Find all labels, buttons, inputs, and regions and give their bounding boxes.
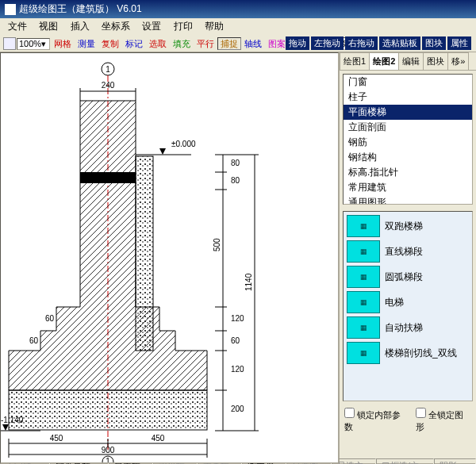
thumb-icon: ▦	[347, 316, 380, 339]
thumb-icon: ▦	[347, 291, 380, 313]
toolbar-填充[interactable]: 填充	[170, 37, 194, 50]
thumb-item[interactable]: ▦楼梯剖切线_双线	[347, 342, 469, 364]
svg-text:120: 120	[231, 314, 244, 323]
toolbar-测量[interactable]: 测量	[75, 37, 98, 50]
rbtn-block[interactable]: 图块	[422, 36, 446, 50]
svg-rect-10	[136, 156, 153, 351]
thumb-label: 楼梯剖切线_双线	[385, 347, 457, 360]
side-panel: 绘图1 绘图2 编辑 图块 移» 门窗柱子平面楼梯立面剖面钢筋钢结构标高.指北针…	[339, 52, 476, 463]
category-item[interactable]: 门窗	[344, 75, 472, 90]
category-item[interactable]: 标高.指北针	[344, 165, 472, 180]
toolbar-网格[interactable]: 网格	[51, 37, 75, 50]
toolbar-选取[interactable]: 选取	[146, 37, 170, 50]
thumb-item[interactable]: ▦双跑楼梯	[347, 215, 469, 237]
svg-text:60: 60	[45, 314, 55, 323]
thumbnail-list[interactable]: ▦双跑楼梯▦直线梯段▦圆弧梯段▦电梯▦自动扶梯▦楼梯剖切线_双线	[343, 211, 473, 401]
thumb-label: 电梯	[385, 296, 404, 309]
status-cell[interactable]: 口框选(交叉)	[376, 458, 435, 465]
toolbar-轴线[interactable]: 轴线	[241, 37, 265, 50]
toolbar-复制[interactable]: 复制	[98, 37, 122, 50]
svg-text:1: 1	[106, 457, 110, 463]
category-item[interactable]: 钢结构	[344, 150, 472, 165]
check-lock-params[interactable]: 锁定内部参数	[344, 408, 408, 433]
rbtn-drag[interactable]: 拖动	[286, 36, 309, 50]
category-item[interactable]: 立面剖面	[344, 120, 472, 135]
thumb-icon: ▦	[347, 215, 380, 237]
category-item[interactable]: 平面楼梯	[344, 105, 472, 120]
cad-drawing: 1 240 ±0.000 -1.1	[1, 53, 338, 463]
toolbar-捕捉[interactable]: 捕捉	[217, 37, 241, 50]
menu-print[interactable]: 打印	[169, 19, 198, 33]
menu-insert[interactable]: 插入	[66, 19, 94, 33]
svg-text:-1.140: -1.140	[1, 416, 24, 424]
category-item[interactable]: 柱子	[344, 90, 472, 105]
category-item[interactable]: 钢筋	[344, 135, 472, 150]
svg-text:200: 200	[231, 405, 244, 413]
category-item[interactable]: 常用建筑	[344, 180, 472, 195]
toolbar-标记[interactable]: 标记	[122, 37, 146, 50]
thumb-label: 直线梯段	[385, 245, 423, 259]
svg-text:500: 500	[213, 238, 221, 251]
menu-coord[interactable]: 坐标系	[97, 19, 135, 33]
tab-edit[interactable]: 编辑	[398, 52, 424, 70]
rbtn-ldrag[interactable]: 左拖动	[311, 36, 344, 50]
tab-draw1[interactable]: 绘图1	[340, 52, 370, 70]
svg-rect-11	[9, 390, 207, 430]
menu-settings[interactable]: 设置	[137, 19, 166, 33]
svg-text:80: 80	[231, 176, 240, 185]
drawing-canvas[interactable]: 1 240 ±0.000 -1.1	[0, 52, 339, 463]
svg-text:450: 450	[152, 434, 165, 443]
zoom-combo[interactable]: 100%▾	[17, 38, 50, 50]
rbtn-clipboard[interactable]: 选粘贴板	[379, 36, 420, 50]
svg-text:240: 240	[102, 81, 115, 90]
svg-text:80: 80	[231, 159, 240, 167]
svg-text:1140: 1140	[244, 273, 253, 291]
category-list[interactable]: 门窗柱子平面楼梯立面剖面钢筋钢结构标高.指北针常用建筑通用图形材料图案厨卫设施施…	[343, 74, 473, 205]
thumb-item[interactable]: ▦自动扶梯	[347, 316, 469, 339]
toolbar-icon[interactable]	[3, 37, 16, 50]
menu-file[interactable]: 文件	[3, 19, 32, 33]
rbtn-rdrag[interactable]: 右拖动	[345, 36, 378, 50]
svg-text:1: 1	[106, 65, 110, 74]
svg-text:±0.000: ±0.000	[171, 140, 196, 148]
svg-text:60: 60	[29, 336, 39, 345]
thumb-item[interactable]: ▦电梯	[347, 291, 469, 313]
thumb-label: 双跑楼梯	[385, 220, 423, 233]
window-title: 超级绘图王（建筑版） V6.01	[19, 2, 142, 16]
thumb-item[interactable]: ▦直线梯段	[347, 240, 469, 263]
thumb-label: 自动扶梯	[385, 321, 423, 335]
svg-text:900: 900	[102, 446, 115, 454]
svg-rect-9	[80, 172, 136, 183]
toolbar-平行[interactable]: 平行	[194, 37, 217, 50]
thumb-label: 圆弧梯段	[385, 270, 423, 284]
thumb-icon: ▦	[347, 240, 380, 263]
svg-text:450: 450	[50, 434, 63, 443]
status-cell[interactable]: 阴影(关)	[434, 458, 476, 465]
menu-view[interactable]: 视图	[34, 19, 63, 33]
titlebar: 超级绘图王（建筑版） V6.01	[0, 0, 476, 18]
thumb-item[interactable]: ▦圆弧梯段	[347, 266, 469, 288]
app-icon	[5, 4, 16, 15]
tab-block[interactable]: 图块	[423, 52, 448, 70]
thumb-icon: ▦	[347, 342, 380, 364]
menu-help[interactable]: 帮助	[200, 19, 228, 33]
check-lock-shape[interactable]: 全锁定图形	[416, 408, 471, 433]
rbtn-props[interactable]: 属性	[447, 36, 471, 50]
tab-more[interactable]: 移»	[447, 52, 469, 70]
svg-text:60: 60	[231, 336, 240, 345]
panel-tabs: 绘图1 绘图2 编辑 图块 移»	[340, 52, 476, 71]
tab-draw2[interactable]: 绘图2	[369, 52, 399, 70]
thumb-icon: ▦	[347, 266, 380, 288]
menubar: 文件 视图 插入 坐标系 设置 打印 帮助	[0, 18, 476, 35]
category-item[interactable]: 通用图形	[344, 195, 472, 205]
svg-text:120: 120	[231, 365, 244, 374]
